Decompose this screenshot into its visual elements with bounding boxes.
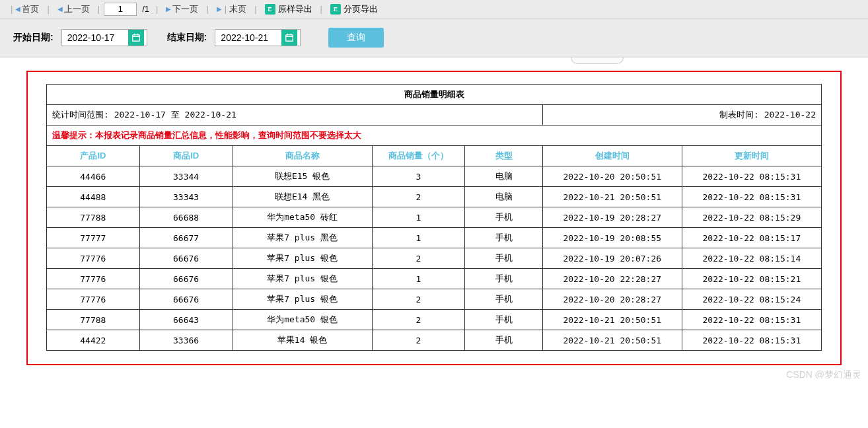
table-cell: 2022-10-21 20:50:51 [542,187,682,207]
export-paged-button[interactable]: E 分页导出 [326,2,382,17]
table-cell: 2 [372,187,465,207]
first-label: 首页 [22,3,39,15]
table-cell: 33366 [139,330,233,351]
page-total: /1 [139,4,152,14]
table-cell: 66643 [139,310,233,330]
table-cell: 2022-10-22 08:15:31 [682,166,821,187]
table-row: 7777666676苹果7 plus 银色1手机2022-10-20 22:28… [47,269,822,289]
table-cell: 2022-10-22 08:15:31 [682,310,821,330]
table-row: 4446633344联想E15 银色3电脑2022-10-20 20:50:51… [47,166,822,187]
table-cell: 2022-10-21 20:50:51 [542,310,682,330]
column-header: 创建时间 [542,146,682,166]
table-cell: 2 [372,289,465,310]
watermark: CSDN @梦幻通灵 [786,369,861,378]
table-cell: 苹果7 plus 银色 [233,248,372,269]
page-number-input[interactable] [104,3,137,16]
table-cell: 77776 [47,289,140,310]
table-cell: 2022-10-22 08:15:31 [682,330,821,351]
table-row: 4448833343联想E14 黑色2电脑2022-10-21 20:50:51… [47,187,822,207]
table-cell: 2022-10-22 08:15:14 [682,248,821,269]
table-cell: 77788 [47,310,140,330]
table-row: 4442233366苹果14 银色2手机2022-10-21 20:50:512… [47,330,822,351]
table-cell: 苹果7 plus 银色 [233,269,372,289]
table-cell: 华为meta50 银色 [233,310,372,330]
table-cell: 44488 [47,187,140,207]
table-cell: 2022-10-21 20:50:51 [542,330,682,351]
table-row: 7777666676苹果7 plus 银色2手机2022-10-19 20:07… [47,248,822,269]
separator: | [254,4,256,14]
table-cell: 2022-10-19 20:28:27 [542,207,682,228]
separator: | [11,4,13,14]
table-row: 7777666676苹果7 plus 银色2手机2022-10-20 20:28… [47,289,822,310]
prev-page-button[interactable]: ◀ 上一页 [54,2,94,17]
table-cell: 1 [372,207,465,228]
export-original-button[interactable]: E 原样导出 [261,2,316,17]
filter-bar: 开始日期: 结束日期: 查询 [0,18,868,57]
table-row: 7778866688华为meta50 砖红1手机2022-10-19 20:28… [47,207,822,228]
table-cell: 66676 [139,248,233,269]
separator: | [206,4,208,14]
separator: | [47,4,49,14]
column-header-row: 产品ID商品ID商品名称商品销量（个）类型创建时间更新时间 [47,146,822,166]
table-cell: 2022-10-22 08:15:29 [682,207,821,228]
table-cell: 苹果7 plus 黑色 [233,228,372,248]
report-container: 商品销量明细表 统计时间范围: 2022-10-17 至 2022-10-21 … [26,71,842,365]
table-cell: 2022-10-19 20:07:26 [542,248,682,269]
table-cell: 手机 [465,207,542,228]
table-cell: 华为meta50 砖红 [233,207,372,228]
start-date-input[interactable] [62,32,128,43]
table-cell: 2022-10-22 08:15:17 [682,228,821,248]
table-cell: 3 [372,166,465,187]
table-cell: 77776 [47,248,140,269]
svg-rect-4 [286,35,293,42]
table-cell: 2022-10-20 20:28:27 [542,289,682,310]
table-cell: 手机 [465,289,542,310]
svg-rect-0 [132,35,139,42]
report-title: 商品销量明细表 [47,85,822,105]
prev-label: 上一页 [64,3,90,15]
start-date-field[interactable] [61,29,147,46]
separator: | [156,4,158,14]
end-date-field[interactable] [215,29,301,46]
create-time-label: 制表时间: 2022-10-22 [542,105,821,125]
table-cell: 2022-10-22 08:15:31 [682,187,821,207]
column-header: 商品销量（个） [372,146,465,166]
table-cell: 电脑 [465,187,542,207]
first-icon: ◀ [15,5,20,13]
report-table: 商品销量明细表 统计时间范围: 2022-10-17 至 2022-10-21 … [46,84,822,351]
table-cell: 苹果7 plus 银色 [233,289,372,310]
query-button[interactable]: 查询 [328,28,384,48]
table-cell: 77777 [47,228,140,248]
calendar-icon[interactable] [128,30,144,46]
separator: | [320,4,322,14]
end-date-input[interactable] [215,32,281,43]
end-date-label: 结束日期: [167,32,207,44]
table-cell: 2022-10-20 22:28:27 [542,269,682,289]
table-cell: 66677 [139,228,233,248]
table-cell: 2 [372,330,465,351]
next-page-button[interactable]: ▶ 下一页 [162,2,202,17]
table-cell: 33344 [139,166,233,187]
table-cell: 手机 [465,310,542,330]
table-cell: 44466 [47,166,140,187]
column-header: 更新时间 [682,146,821,166]
last-icon: ▶ [217,5,222,13]
prev-icon: ◀ [57,5,63,13]
table-row: 7777766677苹果7 plus 黑色1手机2022-10-19 20:08… [47,228,822,248]
table-cell: 2022-10-22 08:15:24 [682,289,821,310]
first-page-button[interactable]: | ◀ 首页 [5,2,43,17]
collapse-handle[interactable] [571,57,624,64]
calendar-icon[interactable] [281,30,297,46]
content-area: 商品销量明细表 统计时间范围: 2022-10-17 至 2022-10-21 … [0,57,868,378]
table-cell: 手机 [465,330,542,351]
column-header: 商品ID [139,146,233,166]
table-cell: 2022-10-19 20:08:55 [542,228,682,248]
export-original-label: 原样导出 [278,3,312,15]
warning-tip: 温馨提示：本报表记录商品销量汇总信息，性能影响，查询时间范围不要选择太大 [47,125,822,146]
table-cell: 联想E14 黑色 [233,187,372,207]
table-cell: 66676 [139,289,233,310]
table-cell: 电脑 [465,166,542,187]
separator: | [98,4,100,14]
export-paged-label: 分页导出 [344,3,378,15]
last-page-button[interactable]: ▶| 末页 [213,2,250,17]
